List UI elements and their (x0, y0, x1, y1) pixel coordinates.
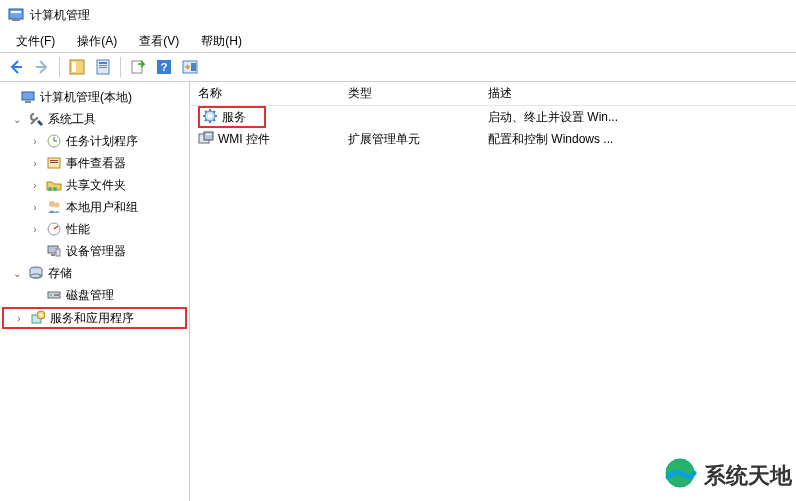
toolbar-separator (59, 57, 60, 77)
tree-label: 任务计划程序 (66, 133, 138, 150)
menu-view[interactable]: 查看(V) (129, 31, 189, 52)
svg-point-21 (53, 187, 57, 191)
svg-rect-0 (9, 9, 23, 19)
tree-device-manager[interactable]: 设备管理器 (2, 240, 187, 262)
cell-type: 扩展管理单元 (348, 131, 488, 148)
tree-label: 磁盘管理 (66, 287, 114, 304)
users-icon (46, 199, 62, 215)
watermark: 系统天地 (662, 455, 792, 497)
tree-services-apps[interactable]: › 服务和应用程序 (2, 307, 187, 329)
svg-rect-4 (72, 62, 76, 72)
svg-rect-1 (11, 11, 21, 13)
tree-event-viewer[interactable]: › 事件查看器 (2, 152, 187, 174)
expand-icon[interactable]: › (28, 180, 42, 191)
svg-point-38 (208, 114, 212, 118)
export-button[interactable] (126, 55, 150, 79)
tree-label: 系统工具 (48, 111, 96, 128)
app-icon (8, 7, 24, 23)
svg-rect-26 (51, 254, 55, 256)
storage-icon (28, 265, 44, 281)
menu-file[interactable]: 文件(F) (6, 31, 65, 52)
tools-icon (28, 111, 44, 127)
event-icon (46, 155, 62, 171)
expand-icon[interactable]: › (12, 313, 26, 324)
svg-rect-41 (206, 134, 211, 135)
svg-rect-19 (50, 162, 58, 163)
action-pane-button[interactable] (178, 55, 202, 79)
svg-rect-13 (191, 63, 196, 71)
svg-rect-8 (99, 67, 107, 68)
toolbar: ? (0, 52, 796, 82)
wmi-icon (198, 130, 214, 149)
expand-icon[interactable]: › (28, 158, 42, 169)
device-icon (46, 243, 62, 259)
tree-label: 存储 (48, 265, 72, 282)
svg-rect-27 (56, 249, 60, 256)
tree-label: 共享文件夹 (66, 177, 126, 194)
services-apps-icon (30, 310, 46, 326)
svg-rect-15 (25, 101, 31, 103)
toolbar-separator (120, 57, 121, 77)
list-row-services[interactable]: 服务 启动、终止并设置 Win... (194, 106, 796, 128)
cell-desc: 配置和控制 Windows ... (488, 131, 796, 148)
disk-icon (46, 287, 62, 303)
help-button[interactable]: ? (152, 55, 176, 79)
title-bar: 计算机管理 (0, 0, 796, 30)
header-desc[interactable]: 描述 (488, 85, 796, 102)
cell-name: WMI 控件 (218, 131, 270, 148)
svg-point-36 (40, 314, 43, 317)
main-area: 计算机管理(本地) ⌄ 系统工具 › 任务计划程序 › 事件查看器 › 共享文件… (0, 82, 796, 501)
list-row-wmi[interactable]: WMI 控件 扩展管理单元 配置和控制 Windows ... (194, 128, 796, 150)
tree-local-users[interactable]: › 本地用户和组 (2, 196, 187, 218)
svg-point-32 (50, 294, 52, 296)
performance-icon (46, 221, 62, 237)
svg-rect-40 (204, 132, 213, 140)
gear-icon (202, 108, 218, 127)
back-button[interactable] (4, 55, 28, 79)
expand-icon[interactable]: › (28, 224, 42, 235)
collapse-icon[interactable]: ⌄ (10, 114, 24, 125)
menu-bar: 文件(F) 操作(A) 查看(V) 帮助(H) (0, 30, 796, 52)
tree-label: 计算机管理(本地) (40, 89, 132, 106)
properties-button[interactable] (91, 55, 115, 79)
svg-rect-18 (50, 160, 58, 161)
tree-label: 服务和应用程序 (50, 310, 134, 327)
tree-system-tools[interactable]: ⌄ 系统工具 (2, 108, 187, 130)
tree-disk-management[interactable]: 磁盘管理 (2, 284, 187, 306)
header-name[interactable]: 名称 (198, 85, 348, 102)
menu-action[interactable]: 操作(A) (67, 31, 127, 52)
tree-performance[interactable]: › 性能 (2, 218, 187, 240)
header-type[interactable]: 类型 (348, 85, 488, 102)
expand-icon[interactable]: › (28, 202, 42, 213)
tree-label: 性能 (66, 221, 90, 238)
globe-icon (662, 455, 698, 497)
watermark-text: 系统天地 (704, 461, 792, 491)
svg-text:?: ? (161, 61, 168, 73)
svg-point-20 (48, 187, 52, 191)
svg-point-22 (49, 201, 55, 207)
svg-point-30 (39, 275, 41, 277)
tree-storage[interactable]: ⌄ 存储 (2, 262, 187, 284)
menu-help[interactable]: 帮助(H) (191, 31, 252, 52)
cell-name: 服务 (222, 109, 246, 126)
svg-rect-33 (54, 294, 59, 296)
svg-rect-6 (99, 62, 107, 64)
tree-pane[interactable]: 计算机管理(本地) ⌄ 系统工具 › 任务计划程序 › 事件查看器 › 共享文件… (0, 82, 190, 501)
svg-rect-2 (12, 19, 20, 21)
tree-shared-folders[interactable]: › 共享文件夹 (2, 174, 187, 196)
svg-rect-7 (99, 65, 107, 66)
expand-icon[interactable]: › (28, 136, 42, 147)
cell-desc: 启动、终止并设置 Win... (488, 109, 796, 126)
forward-button[interactable] (30, 55, 54, 79)
clock-icon (46, 133, 62, 149)
tree-label: 事件查看器 (66, 155, 126, 172)
svg-rect-14 (22, 92, 34, 100)
tree-root[interactable]: 计算机管理(本地) (2, 86, 187, 108)
tree-label: 本地用户和组 (66, 199, 138, 216)
list-body[interactable]: 服务 启动、终止并设置 Win... WMI 控件 扩展管理单元 配置和控制 W… (190, 106, 796, 499)
shared-folder-icon (46, 177, 62, 193)
tree-task-scheduler[interactable]: › 任务计划程序 (2, 130, 187, 152)
list-header: 名称 类型 描述 (190, 82, 796, 106)
show-hide-tree-button[interactable] (65, 55, 89, 79)
collapse-icon[interactable]: ⌄ (10, 268, 24, 279)
